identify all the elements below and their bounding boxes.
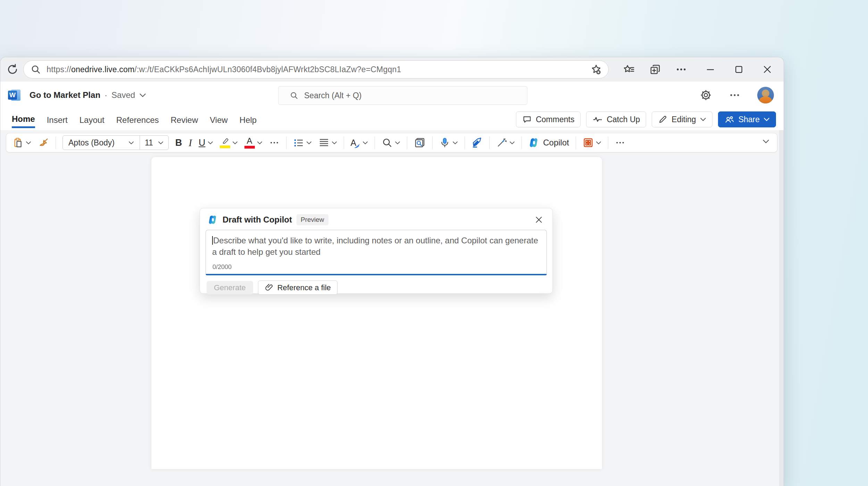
word-app-header: W Go to Market Plan · Saved Search (Alt … bbox=[0, 82, 784, 109]
document-canvas-area: Aptos (Body) 11 B I U bbox=[0, 130, 784, 486]
tab-view[interactable]: View bbox=[204, 112, 234, 127]
document-page[interactable] bbox=[151, 157, 602, 469]
toolbar-divider bbox=[465, 136, 465, 149]
browser-toolbar: https://onedrive.live.com/:w:/t/EaCKkPs6… bbox=[0, 57, 784, 82]
highlight-color-button[interactable] bbox=[220, 137, 238, 148]
chevron-down-icon bbox=[362, 141, 368, 145]
save-status: Saved bbox=[111, 90, 135, 100]
toolbar-divider bbox=[286, 136, 286, 149]
tab-references[interactable]: References bbox=[110, 112, 165, 127]
document-title-text: Go to Market Plan bbox=[30, 90, 100, 100]
highlighter-icon bbox=[220, 137, 230, 145]
generate-button[interactable]: Generate bbox=[207, 281, 253, 294]
chevron-down-icon bbox=[332, 141, 337, 145]
close-icon[interactable] bbox=[762, 64, 773, 75]
pencil-icon bbox=[658, 115, 668, 124]
copilot-button[interactable]: Copilot bbox=[528, 137, 569, 148]
font-controls: Aptos (Body) 11 bbox=[62, 135, 169, 150]
format-toolbar: Aptos (Body) 11 B I U bbox=[6, 133, 777, 152]
tab-layout[interactable]: Layout bbox=[74, 112, 110, 127]
browser-window: https://onedrive.live.com/:w:/t/EaCKkPs6… bbox=[0, 57, 784, 486]
reload-icon[interactable] bbox=[5, 62, 20, 77]
maximize-icon[interactable] bbox=[734, 64, 744, 75]
avatar[interactable] bbox=[757, 87, 774, 103]
address-bar[interactable]: https://onedrive.live.com/:w:/t/EaCKkPs6… bbox=[23, 60, 609, 78]
apps-grid-button[interactable] bbox=[583, 137, 601, 148]
paperclip-icon bbox=[265, 283, 274, 292]
scrollbar[interactable] bbox=[779, 130, 784, 486]
dialog-close-icon[interactable] bbox=[534, 215, 543, 224]
tab-home[interactable]: Home bbox=[6, 111, 41, 128]
share-button[interactable]: Share bbox=[718, 111, 776, 127]
search-pages-button[interactable] bbox=[414, 137, 426, 149]
char-counter: 0/2000 bbox=[212, 263, 232, 271]
copilot-icon bbox=[208, 215, 218, 225]
paste-button[interactable] bbox=[12, 137, 31, 148]
comments-button[interactable]: Comments bbox=[516, 111, 581, 127]
tab-help[interactable]: Help bbox=[234, 112, 262, 127]
dictate-button[interactable] bbox=[439, 137, 458, 148]
font-name-select[interactable]: Aptos (Body) bbox=[63, 138, 140, 148]
settings-gear-icon[interactable] bbox=[700, 89, 712, 101]
toolbar-divider bbox=[608, 136, 608, 149]
style-brush-icon bbox=[353, 143, 360, 149]
chevron-down-icon bbox=[257, 141, 262, 145]
window-controls bbox=[705, 64, 773, 75]
chevron-down-icon bbox=[232, 141, 238, 145]
toolbar-overflow-button[interactable] bbox=[615, 137, 625, 148]
toolbar-divider bbox=[375, 136, 375, 149]
search-input[interactable]: Search (Alt + Q) bbox=[278, 86, 527, 105]
collections-icon[interactable] bbox=[649, 63, 661, 76]
chevron-down-icon bbox=[139, 93, 146, 98]
format-painter-button[interactable] bbox=[38, 137, 49, 148]
header-ellipsis-icon[interactable] bbox=[729, 89, 741, 101]
chevron-down-icon bbox=[26, 141, 31, 145]
ribbon-collapse-icon[interactable] bbox=[762, 139, 769, 144]
toolbar-divider bbox=[489, 136, 490, 149]
people-icon bbox=[724, 114, 735, 125]
bold-button[interactable]: B bbox=[175, 137, 182, 148]
magic-wand-button[interactable] bbox=[496, 137, 515, 148]
more-font-options-button[interactable] bbox=[269, 137, 279, 148]
document-title[interactable]: Go to Market Plan · Saved bbox=[30, 90, 146, 100]
styles-button[interactable]: A bbox=[351, 138, 368, 148]
draft-with-copilot-dialog: Draft with Copilot Preview Describe what… bbox=[200, 208, 553, 294]
chevron-down-icon bbox=[306, 141, 312, 145]
chevron-down-icon bbox=[596, 141, 601, 145]
editing-mode-button[interactable]: Editing bbox=[652, 111, 712, 127]
underline-button[interactable]: U bbox=[199, 137, 213, 148]
line-spacing-button[interactable] bbox=[318, 137, 337, 148]
copilot-dialog-footer: Generate Reference a file bbox=[200, 275, 552, 295]
copilot-prompt-input[interactable]: Describe what you'd like to write, inclu… bbox=[206, 230, 547, 275]
catch-up-button[interactable]: Catch Up bbox=[586, 111, 646, 127]
reference-file-button[interactable]: Reference a file bbox=[258, 280, 337, 295]
search-placeholder: Search (Alt + Q) bbox=[304, 91, 362, 100]
prompt-placeholder: Describe what you'd like to write, inclu… bbox=[212, 235, 540, 258]
editor-button[interactable] bbox=[471, 137, 483, 148]
ribbon-actions: Comments Catch Up Editing bbox=[516, 111, 776, 127]
copilot-dialog-title: Draft with Copilot bbox=[223, 215, 292, 225]
bullet-list-button[interactable] bbox=[293, 137, 312, 148]
copilot-icon bbox=[528, 137, 540, 148]
text-caret bbox=[212, 236, 213, 245]
search-icon bbox=[290, 91, 299, 100]
browser-action-icons bbox=[623, 63, 687, 76]
find-button[interactable] bbox=[382, 137, 400, 148]
font-color-button[interactable]: A bbox=[244, 137, 262, 149]
word-logo[interactable]: W bbox=[8, 89, 21, 102]
search-icon bbox=[31, 64, 41, 75]
toolbar-divider bbox=[407, 136, 407, 149]
bookmark-star-add-icon[interactable] bbox=[590, 64, 602, 75]
favorites-icon[interactable] bbox=[623, 63, 635, 76]
tab-review[interactable]: Review bbox=[165, 112, 204, 127]
chevron-down-icon bbox=[509, 141, 515, 145]
italic-button[interactable]: I bbox=[189, 137, 192, 149]
tab-insert[interactable]: Insert bbox=[41, 112, 74, 127]
pulse-icon bbox=[592, 114, 603, 125]
font-size-select[interactable]: 11 bbox=[140, 136, 168, 150]
minimize-icon[interactable] bbox=[705, 64, 716, 75]
chevron-down-icon bbox=[395, 141, 400, 145]
word-logo-letter: W bbox=[9, 91, 16, 99]
toolbar-divider bbox=[344, 136, 344, 149]
browser-menu-ellipsis-icon[interactable] bbox=[675, 64, 687, 75]
